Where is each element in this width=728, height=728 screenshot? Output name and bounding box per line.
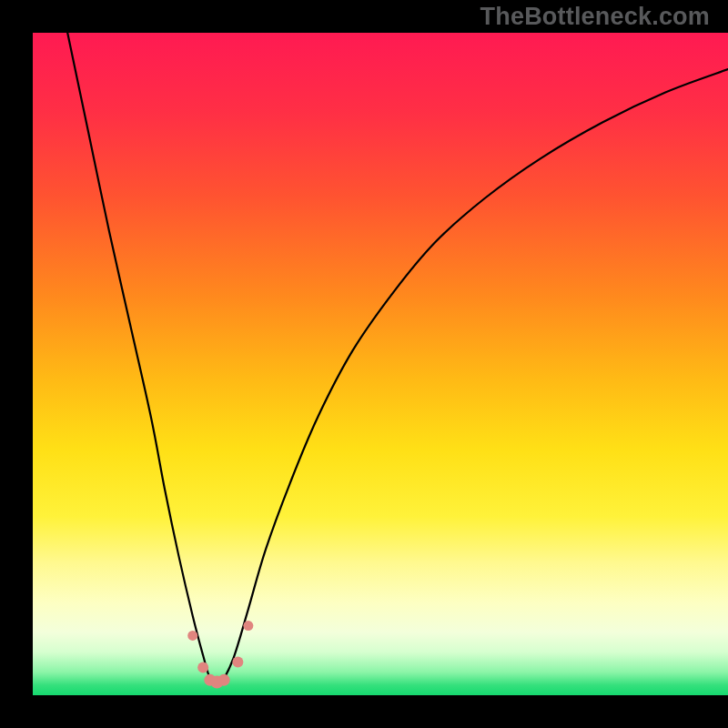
highlight-marker [218,674,230,686]
bottleneck-curve [67,33,728,687]
highlight-marker [243,621,253,631]
watermark-text: TheBottleneck.com [480,3,710,31]
chart-plot-area [33,33,728,695]
chart-curve-layer [33,33,728,695]
highlight-marker [197,662,208,672]
highlight-marker [232,657,243,668]
highlight-marker [187,631,197,641]
